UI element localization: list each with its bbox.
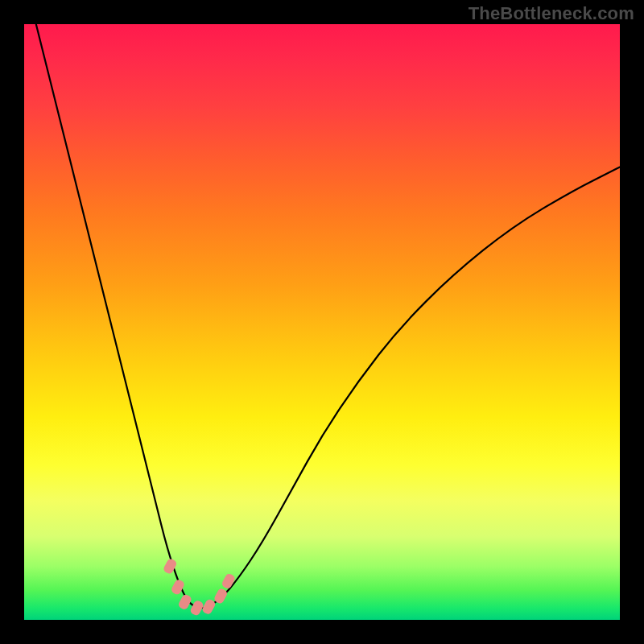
marker-group xyxy=(163,558,237,617)
watermark-text: TheBottleneck.com xyxy=(469,3,634,24)
curve-svg xyxy=(24,24,620,620)
chart-frame: TheBottleneck.com xyxy=(0,0,644,644)
curve-marker xyxy=(189,599,204,617)
curve-marker xyxy=(221,572,236,590)
curve-marker xyxy=(177,593,192,611)
bottleneck-curve xyxy=(36,24,620,608)
curve-marker xyxy=(201,598,217,616)
plot-area xyxy=(24,24,620,620)
